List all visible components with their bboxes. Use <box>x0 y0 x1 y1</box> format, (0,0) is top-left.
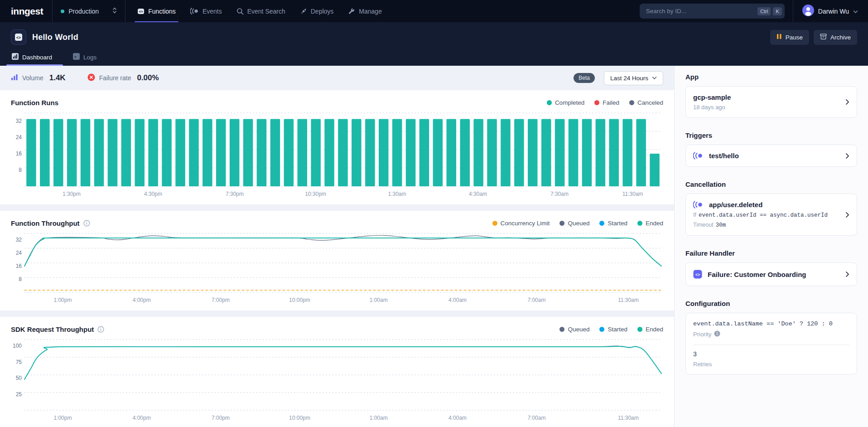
cancellation-timeout: Timeout30m <box>693 222 840 228</box>
tab-dashboard[interactable]: Dashboard <box>11 49 57 66</box>
app-section: App gcp-sample 18 days ago <box>685 73 857 118</box>
legend-item-canceled[interactable]: Canceled <box>629 99 663 106</box>
legend-item-concurrency-limit[interactable]: Concurrency Limit <box>492 220 550 227</box>
avatar <box>802 5 814 18</box>
events-icon <box>190 8 199 15</box>
cancellation-card[interactable]: app/user.deleted Ifevent.data.userId == … <box>685 194 857 236</box>
svg-text:8: 8 <box>19 276 22 282</box>
legend-item-ended[interactable]: Ended <box>637 220 663 227</box>
chart-legend: CompletedFailedCanceled <box>547 99 663 106</box>
app-updated: 18 days ago <box>693 104 840 111</box>
svg-text:1:30am: 1:30am <box>388 191 406 197</box>
info-icon[interactable] <box>97 326 104 333</box>
pause-button[interactable]: Pause <box>770 30 809 45</box>
bar-chart-icon <box>11 74 18 82</box>
svg-text:4:00pm: 4:00pm <box>133 415 151 421</box>
page-title: Hello World <box>32 33 78 42</box>
svg-text:4:00am: 4:00am <box>448 415 467 421</box>
app-card[interactable]: gcp-sample 18 days ago <box>685 86 857 118</box>
code-badge-icon: <> <box>693 270 702 279</box>
priority-expression: event.data.lastName == 'Doe' ? 120 : 0 <box>693 320 849 327</box>
sdk-throughput-chart: 1007550251:00pm4:00pm7:00pm10:00pm1:00am… <box>11 337 663 423</box>
legend-item-ended[interactable]: Ended <box>637 326 663 333</box>
legend-dot <box>599 327 604 332</box>
sdk-throughput-panel: SDK Request Throughput QueuedStartedEnde… <box>0 317 674 427</box>
stats-row: Volume 1.4K Failure rate 0.00% Beta Last… <box>0 66 674 90</box>
svg-text:7:00am: 7:00am <box>527 297 545 303</box>
svg-text:7:00pm: 7:00pm <box>212 297 230 303</box>
archive-button[interactable]: Archive <box>814 30 857 45</box>
chevron-right-icon <box>845 153 849 159</box>
environment-status-icon <box>61 10 64 13</box>
nav-item-event-search[interactable]: Event Search <box>229 0 293 22</box>
kbd-k: K <box>773 7 781 15</box>
svg-text:25: 25 <box>16 391 22 398</box>
legend-item-queued[interactable]: Queued <box>559 326 589 333</box>
svg-text:7:30am: 7:30am <box>550 191 569 197</box>
svg-text:<>: <> <box>16 35 21 40</box>
svg-text:75: 75 <box>16 359 22 365</box>
function-runs-panel: Function Runs CompletedFailedCanceled 32… <box>0 90 674 204</box>
search-icon <box>236 8 244 15</box>
user-name: Darwin Wu <box>818 8 849 15</box>
legend-item-started[interactable]: Started <box>599 326 627 333</box>
svg-text:11:30am: 11:30am <box>622 191 643 197</box>
kbd-ctrl: Ctrl <box>757 7 771 15</box>
volume-stat: Volume 1.4K <box>11 73 66 82</box>
nav-item-events[interactable]: Events <box>183 0 229 22</box>
trigger-card[interactable]: test/hello <box>685 145 857 167</box>
svg-text:4:00pm: 4:00pm <box>133 297 151 303</box>
svg-text:1:30pm: 1:30pm <box>63 191 81 197</box>
chevron-right-icon <box>845 99 849 105</box>
legend-item-completed[interactable]: Completed <box>547 99 584 106</box>
nav-item-deploys[interactable]: Deploys <box>293 0 341 22</box>
deploys-icon <box>300 8 307 15</box>
svg-text:24: 24 <box>16 134 22 141</box>
divider <box>125 0 125 22</box>
svg-text:16: 16 <box>16 263 22 269</box>
info-icon[interactable] <box>83 220 90 227</box>
volume-value: 1.4K <box>49 73 66 82</box>
trigger-name: test/hello <box>709 152 840 160</box>
retries-label: Retries <box>693 361 849 368</box>
legend-item-started[interactable]: Started <box>599 220 627 227</box>
cancellation-event-name: app/user.deleted <box>709 201 762 209</box>
top-nav: inngest Production </>FunctionsEventsEve… <box>0 0 868 22</box>
failure-handler-section: Failure Handler <> Failure: Customer Onb… <box>685 249 857 286</box>
failure-handler-heading: Failure Handler <box>685 249 857 257</box>
event-signal-icon <box>693 152 704 160</box>
svg-text:4:00am: 4:00am <box>448 297 467 303</box>
configuration-heading: Configuration <box>685 300 857 307</box>
search-input[interactable] <box>646 8 756 15</box>
tab-logs[interactable]: > Logs <box>72 49 101 66</box>
failure-handler-card[interactable]: <> Failure: Customer Onboarding <box>685 262 857 286</box>
cancellation-section: Cancellation app/user.deleted Ifevent.da… <box>685 180 857 236</box>
updown-chevrons-icon <box>112 7 117 16</box>
charts-column: Volume 1.4K Failure rate 0.00% Beta Last… <box>0 66 674 427</box>
legend-item-queued[interactable]: Queued <box>559 220 589 227</box>
chart-title: Function Throughput <box>11 219 80 227</box>
svg-text:8: 8 <box>19 167 22 173</box>
search-box[interactable]: Ctrl K <box>640 4 785 19</box>
nav-item-functions[interactable]: </>Functions <box>130 0 183 22</box>
inngest-logo[interactable]: inngest <box>0 0 52 22</box>
nav-item-manage[interactable]: Manage <box>341 0 389 22</box>
priority-label: Priority <box>693 330 849 338</box>
svg-text:100: 100 <box>13 343 22 349</box>
legend-item-failed[interactable]: Failed <box>594 99 619 106</box>
user-menu[interactable]: Darwin Wu <box>793 0 868 22</box>
svg-text:7:30pm: 7:30pm <box>226 191 244 197</box>
svg-text:1:00am: 1:00am <box>370 415 388 421</box>
configuration-card: event.data.lastName == 'Doe' ? 120 : 0 P… <box>685 313 857 374</box>
svg-text:10:00pm: 10:00pm <box>289 297 310 303</box>
svg-text:32: 32 <box>16 118 22 124</box>
info-filled-icon[interactable] <box>714 330 720 338</box>
details-sidebar: App gcp-sample 18 days ago Triggers test… <box>674 66 868 427</box>
configuration-section: Configuration event.data.lastName == 'Do… <box>685 300 857 374</box>
legend-dot <box>637 221 642 226</box>
svg-text:>: > <box>74 55 77 59</box>
time-range-dropdown[interactable]: Last 24 Hours <box>604 71 663 85</box>
svg-text:10:00pm: 10:00pm <box>289 415 310 421</box>
app-heading: App <box>685 73 857 81</box>
environment-switcher[interactable]: Production <box>53 0 125 22</box>
